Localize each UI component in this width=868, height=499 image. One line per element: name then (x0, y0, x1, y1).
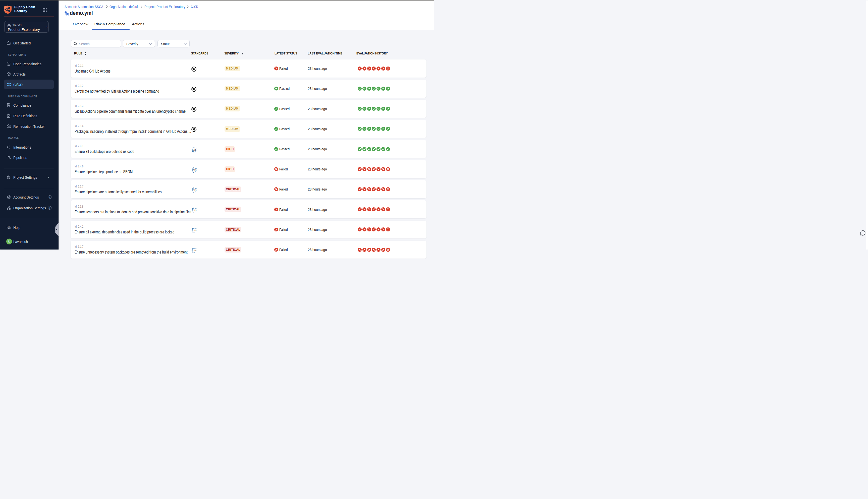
svg-text:CIS: CIS (193, 189, 197, 192)
svg-text:CIS: CIS (193, 169, 197, 171)
svg-text:CIS: CIS (193, 249, 197, 250)
svg-text:?: ? (8, 226, 9, 228)
svg-text:CIS: CIS (193, 209, 197, 211)
svg-text:CIS: CIS (193, 229, 197, 232)
svg-text:CIS: CIS (193, 149, 197, 151)
